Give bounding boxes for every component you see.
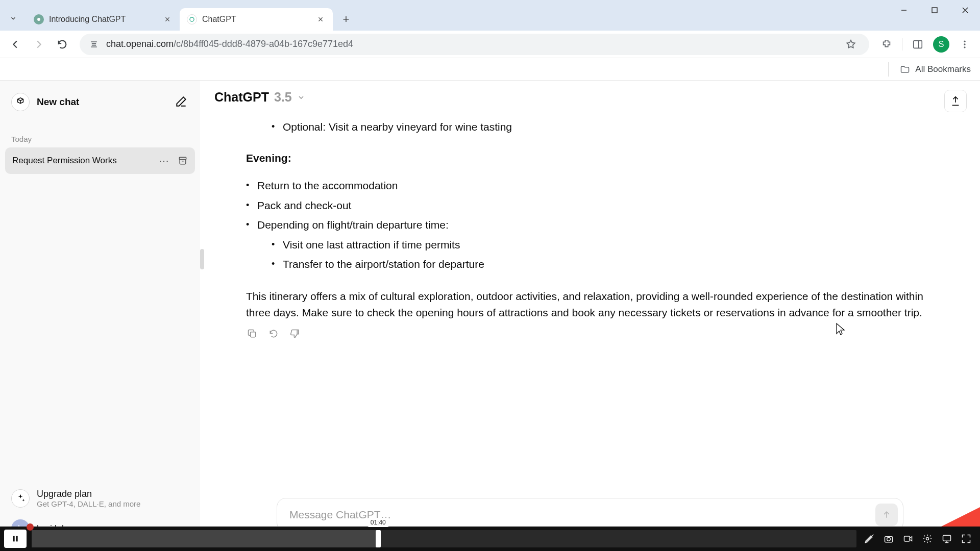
- svg-rect-11: [13, 536, 14, 542]
- evening-heading: Evening:: [246, 150, 934, 167]
- model-version: 3.5: [274, 90, 292, 105]
- forward-button[interactable]: [29, 34, 49, 55]
- bookmarks-separator: [888, 62, 889, 77]
- list-item: Return to the accommodation: [246, 178, 934, 194]
- exit-fullscreen-icon[interactable]: [959, 531, 974, 546]
- chat-item-archive-icon[interactable]: [176, 154, 190, 168]
- svg-line-13: [865, 535, 874, 543]
- minimize-button[interactable]: [889, 0, 919, 20]
- message-actions: [246, 328, 934, 340]
- close-window-button[interactable]: [950, 0, 980, 20]
- svg-point-8: [964, 46, 965, 48]
- chatgpt-favicon: [187, 14, 197, 24]
- bookmarks-bar: All Bookmarks: [0, 58, 980, 81]
- main-header: ChatGPT 3.5: [200, 81, 980, 114]
- side-panel-icon[interactable]: [908, 34, 928, 55]
- tab-introducing-chatgpt[interactable]: Introducing ChatGPT ×: [27, 8, 180, 31]
- svg-rect-9: [179, 157, 186, 159]
- back-button[interactable]: [5, 34, 26, 55]
- svg-point-6: [964, 40, 965, 42]
- tab-chatgpt[interactable]: ChatGPT ×: [180, 8, 333, 31]
- svg-rect-4: [914, 40, 922, 48]
- section-today-label: Today: [11, 135, 195, 143]
- new-tab-button[interactable]: +: [337, 10, 355, 29]
- main-panel: ChatGPT 3.5 Optional: Visit a nearby vin…: [200, 81, 980, 551]
- copy-icon[interactable]: [246, 328, 258, 340]
- browser-titlebar: Introducing ChatGPT × ChatGPT × +: [0, 0, 980, 31]
- svg-point-17: [926, 538, 929, 540]
- close-tab-icon[interactable]: ×: [315, 14, 326, 24]
- sidebar: New chat Today Request Permission Works …: [0, 81, 200, 551]
- list-item: Optional: Visit a nearby vineyard for wi…: [272, 119, 934, 136]
- progress-fill: [32, 530, 378, 547]
- svg-point-1: [190, 17, 194, 21]
- tab-title: Introducing ChatGPT: [49, 15, 157, 24]
- profile-avatar[interactable]: S: [931, 34, 951, 55]
- svg-rect-3: [932, 8, 937, 13]
- video-progress-bar[interactable]: 01:40: [32, 530, 856, 547]
- list-item: Transfer to the airport/station for depa…: [272, 256, 934, 273]
- reload-button[interactable]: [52, 34, 72, 55]
- pen-tool-icon[interactable]: [862, 531, 877, 546]
- upgrade-subtitle: Get GPT-4, DALL·E, and more: [37, 499, 140, 508]
- closing-paragraph: This itinerary offers a mix of cultural …: [246, 288, 934, 321]
- list-item: Depending on flight/train departure time…: [246, 217, 934, 234]
- video-tool-icons: [862, 531, 974, 546]
- toolbar-separator: [902, 38, 902, 51]
- chrome-menu-icon[interactable]: [954, 34, 975, 55]
- regenerate-icon[interactable]: [267, 328, 280, 340]
- svg-rect-18: [943, 535, 951, 541]
- recorder-corner-indicator: [941, 507, 980, 527]
- browser-toolbar: chat.openai.com/c/8b4ff045-ddd8-4879-a04…: [0, 31, 980, 58]
- chat-item-menu-icon[interactable]: ⋯: [157, 154, 172, 168]
- list-item: Pack and check-out: [246, 197, 934, 214]
- svg-point-0: [37, 18, 40, 21]
- compose-icon[interactable]: [175, 95, 189, 109]
- bookmark-star-icon[interactable]: [841, 34, 861, 55]
- chevron-down-icon: [297, 93, 305, 102]
- site-info-icon[interactable]: [88, 38, 100, 51]
- thumbs-down-icon[interactable]: [289, 328, 301, 340]
- sparkle-icon: [11, 489, 30, 508]
- window-controls: [889, 0, 980, 20]
- camera-tool-icon[interactable]: [881, 531, 896, 546]
- pause-button[interactable]: [4, 530, 27, 548]
- screen-tool-icon[interactable]: [939, 531, 954, 546]
- arrow-up-icon: [881, 510, 892, 520]
- share-icon: [950, 95, 961, 107]
- new-chat-label: New chat: [37, 96, 167, 108]
- svg-rect-16: [904, 536, 910, 541]
- tab-title: ChatGPT: [202, 15, 310, 24]
- time-tooltip: 01:40: [368, 518, 389, 527]
- chat-item-active[interactable]: Request Permission Works ⋯: [5, 147, 195, 174]
- tab-strip: Introducing ChatGPT × ChatGPT × +: [27, 8, 974, 31]
- maximize-button[interactable]: [920, 0, 949, 20]
- record-tool-icon[interactable]: [900, 531, 916, 546]
- recording-indicator-icon: [27, 523, 34, 531]
- extensions-icon[interactable]: [876, 34, 897, 55]
- model-name: ChatGPT: [214, 90, 269, 105]
- openai-favicon: [34, 14, 44, 24]
- send-button[interactable]: [875, 504, 898, 526]
- tab-search-dropdown[interactable]: [4, 9, 22, 28]
- openai-logo-icon: [11, 93, 30, 111]
- video-controls-bar: 01:40: [0, 527, 980, 551]
- address-bar[interactable]: chat.openai.com/c/8b4ff045-ddd8-4879-a04…: [80, 34, 869, 55]
- progress-thumb[interactable]: [376, 530, 381, 547]
- upgrade-title: Upgrade plan: [37, 489, 140, 499]
- list-item: Visit one last attraction if time permit…: [272, 237, 934, 254]
- chat-item-title: Request Permission Works: [12, 156, 153, 166]
- close-tab-icon[interactable]: ×: [162, 14, 173, 24]
- conversation-content[interactable]: Optional: Visit a nearby vineyard for wi…: [200, 114, 980, 492]
- settings-gear-icon[interactable]: [920, 531, 935, 546]
- svg-rect-12: [16, 536, 17, 542]
- upgrade-plan-button[interactable]: Upgrade plan Get GPT-4, DALL·E, and more: [5, 484, 195, 513]
- share-button[interactable]: [944, 90, 967, 112]
- sidebar-collapse-handle[interactable]: [200, 249, 204, 269]
- all-bookmarks-button[interactable]: All Bookmarks: [900, 64, 971, 74]
- svg-point-7: [964, 43, 965, 45]
- all-bookmarks-label: All Bookmarks: [915, 64, 971, 74]
- url-text: chat.openai.com/c/8b4ff045-ddd8-4879-a04…: [106, 39, 835, 49]
- new-chat-button[interactable]: New chat: [5, 88, 195, 116]
- model-selector[interactable]: ChatGPT 3.5: [214, 90, 305, 105]
